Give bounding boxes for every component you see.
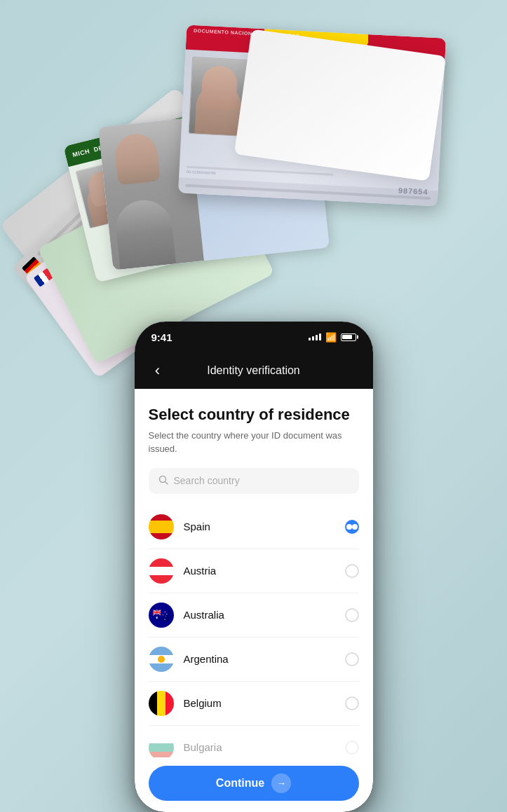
- bulgaria-radio[interactable]: [345, 741, 359, 755]
- spain-radio[interactable]: [345, 520, 359, 534]
- bulgaria-name: Bulgaria: [184, 741, 345, 753]
- page-title: Select country of residence: [149, 406, 359, 424]
- country-item-belgium[interactable]: Belgium: [149, 682, 359, 726]
- australia-radio[interactable]: [345, 608, 359, 622]
- austria-flag: [149, 558, 174, 584]
- australia-name: Australia: [184, 609, 345, 621]
- battery-icon: [341, 333, 356, 341]
- status-icons: 📶: [309, 332, 356, 343]
- arrow-icon: →: [276, 778, 286, 789]
- continue-button[interactable]: Continue →: [149, 766, 359, 801]
- card-face-blue: [114, 132, 161, 185]
- content-area: Select country of residence Select the c…: [135, 389, 373, 757]
- austria-radio[interactable]: [345, 564, 359, 578]
- battery-fill: [342, 335, 352, 339]
- country-item-argentina[interactable]: Argentina: [149, 638, 359, 682]
- wifi-icon: 📶: [325, 332, 337, 343]
- belgium-flag: [149, 691, 174, 716]
- belgium-name: Belgium: [184, 697, 345, 709]
- australia-flag: 🇦🇺: [149, 603, 174, 628]
- back-button[interactable]: ‹: [147, 360, 168, 381]
- argentina-flag: [149, 647, 174, 672]
- country-item-austria[interactable]: Austria: [149, 549, 359, 593]
- country-item-australia[interactable]: 🇦🇺 Australia: [149, 593, 359, 638]
- spain-flag: [149, 514, 174, 539]
- nav-title: Identity verification: [207, 364, 300, 377]
- nav-bar: ‹ Identity verification: [135, 352, 373, 389]
- country-item-bulgaria[interactable]: Bulgaria: [149, 726, 359, 757]
- phone-content: 9:41 📶: [135, 322, 373, 812]
- search-box[interactable]: Search country: [149, 468, 359, 494]
- spain-face: [201, 65, 238, 111]
- phone-wrap: 9:41 📶: [135, 322, 373, 812]
- argentina-radio[interactable]: [345, 652, 359, 666]
- status-time: 9:41: [151, 331, 173, 343]
- continue-label: Continue: [216, 777, 264, 790]
- bulgaria-flag: [149, 735, 174, 757]
- belgium-radio[interactable]: [345, 696, 359, 710]
- search-svg: [158, 475, 168, 485]
- phone-screen: 9:41 📶: [135, 322, 373, 812]
- signal-bar-1: [309, 338, 311, 340]
- austria-name: Austria: [184, 565, 345, 577]
- signal-bar-3: [316, 335, 318, 340]
- svg-line-1: [165, 481, 168, 484]
- spain-name: Spain: [184, 521, 345, 532]
- search-placeholder: Search country: [174, 475, 240, 486]
- continue-arrow: →: [271, 773, 291, 793]
- continue-btn-wrap: Continue →: [135, 757, 373, 812]
- status-bar: 9:41 📶: [135, 322, 373, 352]
- signal-bar-4: [319, 333, 321, 340]
- australia-flag-emoji: 🇦🇺: [152, 607, 170, 624]
- scene: MICH DRIVER L: [0, 0, 507, 812]
- search-icon: [158, 475, 168, 487]
- argentina-sun: [158, 656, 165, 663]
- country-item-spain[interactable]: Spain: [149, 505, 359, 549]
- signal-bar-2: [312, 336, 314, 340]
- page-subtitle: Select the country where your ID documen…: [149, 429, 359, 455]
- back-icon: ‹: [155, 362, 160, 380]
- id-card-top: [234, 29, 446, 181]
- signal-bars: [309, 333, 321, 340]
- country-list: Spain Austria: [149, 505, 359, 757]
- phone-outer: 9:41 📶: [135, 322, 373, 812]
- argentina-name: Argentina: [184, 653, 345, 665]
- michigan-state: MICH: [72, 147, 90, 158]
